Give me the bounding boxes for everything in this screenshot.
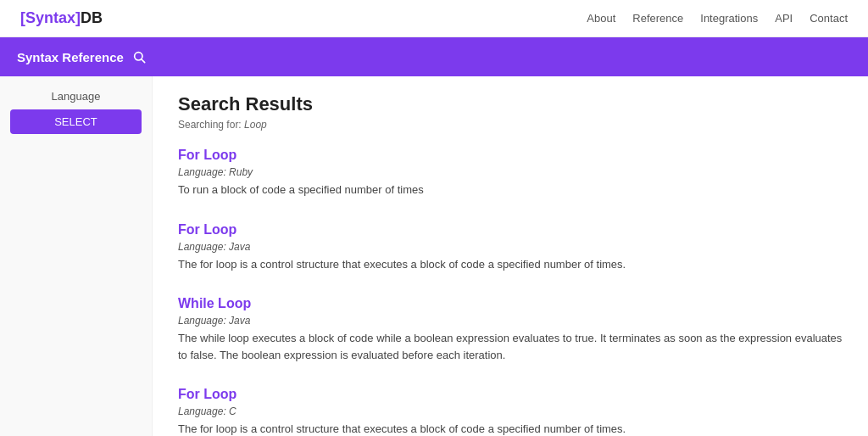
search-term: Loop xyxy=(244,119,267,131)
result-item-1: For Loop Language: Ruby To run a block o… xyxy=(178,148,843,198)
purple-header-bar: Syntax Reference xyxy=(0,37,868,76)
search-results-title: Search Results xyxy=(178,93,843,115)
result-item-3: While Loop Language: Java The while loop… xyxy=(178,296,843,363)
result-item-4: For Loop Language: C The for loop is a c… xyxy=(178,387,843,436)
language-select-button[interactable]: SELECT xyxy=(10,109,142,134)
language-label: Language xyxy=(10,90,142,103)
result-language-1: Language: Ruby xyxy=(178,166,843,178)
search-icon-button[interactable] xyxy=(132,50,146,64)
sidebar: Language SELECT xyxy=(0,76,153,436)
result-desc-2: The for loop is a control structure that… xyxy=(178,256,843,273)
main-layout: Language SELECT Search Results Searching… xyxy=(0,76,868,436)
result-title-4[interactable]: For Loop xyxy=(178,387,843,402)
nav-api[interactable]: API xyxy=(775,12,793,25)
result-title-3[interactable]: While Loop xyxy=(178,296,843,311)
nav-contact[interactable]: Contact xyxy=(810,12,848,25)
logo: [Syntax]DB xyxy=(20,9,103,27)
searching-for-text: Searching for: Loop xyxy=(178,119,843,131)
nav-about[interactable]: About xyxy=(587,12,615,25)
nav-integrations[interactable]: Integrations xyxy=(700,12,758,25)
result-desc-1: To run a block of code a specified numbe… xyxy=(178,182,843,198)
result-language-3: Language: Java xyxy=(178,315,843,327)
nav-links: About Reference Integrations API Contact xyxy=(587,12,848,25)
logo-bracket: [Syntax] xyxy=(20,9,81,26)
result-item-2: For Loop Language: Java The for loop is … xyxy=(178,222,843,273)
logo-db: DB xyxy=(81,9,103,26)
result-language-2: Language: Java xyxy=(178,241,843,253)
result-desc-3: The while loop executes a block of code … xyxy=(178,330,843,363)
main-content: Search Results Searching for: Loop For L… xyxy=(153,76,868,436)
nav-reference[interactable]: Reference xyxy=(632,12,683,25)
searching-label: Searching for: xyxy=(178,119,242,131)
result-desc-4: The for loop is a control structure that… xyxy=(178,421,843,436)
purple-bar-title: Syntax Reference xyxy=(17,50,124,64)
search-icon xyxy=(132,50,146,64)
top-navigation: [Syntax]DB About Reference Integrations … xyxy=(0,0,868,37)
result-title-2[interactable]: For Loop xyxy=(178,222,843,238)
result-title-1[interactable]: For Loop xyxy=(178,148,843,163)
svg-line-1 xyxy=(142,59,145,63)
result-language-4: Language: C xyxy=(178,405,843,417)
